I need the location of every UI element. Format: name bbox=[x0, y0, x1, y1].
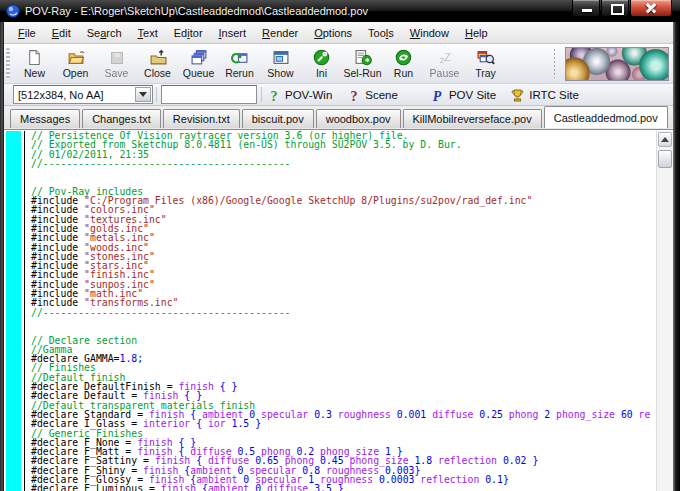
editor-margin bbox=[6, 131, 21, 491]
code-line bbox=[31, 168, 655, 177]
code-line: #declare F_Luminous = finish {ambient 0 … bbox=[31, 484, 655, 491]
menu-bar: FileEditSearchTextEditorInsertRenderOpti… bbox=[4, 22, 673, 44]
toolbar-button-label: Open bbox=[63, 67, 89, 79]
vertical-scrollbar[interactable] bbox=[656, 131, 673, 491]
menu-tools[interactable]: Tools bbox=[360, 24, 402, 42]
main-toolbar: NewOpenSaveCloseQueueRerunShowIniSel-Run… bbox=[4, 44, 673, 84]
scrollbar-thumb[interactable] bbox=[658, 150, 672, 168]
toolbar-button-label: Ini bbox=[316, 67, 327, 79]
pov-site-icon: P bbox=[430, 88, 445, 103]
close-button[interactable] bbox=[630, 0, 672, 17]
chevron-down-icon[interactable] bbox=[135, 87, 151, 102]
code-line: #declare GAMMA=1.8; bbox=[31, 354, 655, 363]
menu-search[interactable]: Search bbox=[79, 24, 130, 42]
toolbar-buttons: NewOpenSaveCloseQueueRerunShowIniSel-Run… bbox=[14, 45, 506, 83]
rerun-icon bbox=[230, 49, 249, 66]
toolbar-separator bbox=[261, 87, 262, 102]
resolution-dropdown[interactable]: [512x384, No AA] bbox=[13, 85, 153, 104]
toolbar-button-label: Tray bbox=[475, 67, 496, 79]
code-line: //--------------------------------------… bbox=[31, 308, 655, 317]
tray-button[interactable]: Tray bbox=[465, 45, 506, 83]
link-button-label: Scene bbox=[365, 89, 398, 101]
toolbar-separator bbox=[156, 87, 157, 102]
close-button[interactable]: Close bbox=[137, 45, 178, 83]
window-border-right bbox=[673, 22, 680, 491]
toolbar-button-label: Pause bbox=[430, 67, 460, 79]
queue-icon bbox=[189, 49, 208, 66]
toolbar-separator bbox=[554, 49, 555, 78]
link-button-label: POV-Win bbox=[285, 89, 332, 101]
new-button[interactable]: New bbox=[14, 45, 55, 83]
code-editor[interactable]: // Persistence Of Vision raytracer versi… bbox=[4, 129, 673, 491]
toolbar-button-label: Queue bbox=[183, 67, 215, 79]
menu-text[interactable]: Text bbox=[130, 24, 166, 42]
open-folder-icon bbox=[66, 49, 85, 66]
minimize-button[interactable] bbox=[572, 0, 600, 17]
window-title: POV-Ray - E:\Roger\SketchUp\Castleaddedm… bbox=[25, 5, 368, 17]
window-controls bbox=[571, 0, 672, 17]
close-file-icon bbox=[148, 49, 167, 66]
menu-help[interactable]: Help bbox=[457, 24, 496, 42]
code-line: //--------------------------------------… bbox=[31, 159, 655, 168]
toolbar-button-label: Show bbox=[267, 67, 293, 79]
show-button[interactable]: Show bbox=[260, 45, 301, 83]
code-line bbox=[31, 317, 655, 326]
sel-run-button[interactable]: Sel-Run bbox=[342, 45, 383, 83]
tab-killmobilreverseface-pov[interactable]: KillMobilreverseface.pov bbox=[403, 109, 542, 128]
tray-icon bbox=[476, 49, 495, 66]
menu-insert[interactable]: Insert bbox=[211, 24, 255, 42]
toolbar-grip[interactable] bbox=[6, 48, 10, 79]
ini-button[interactable]: Ini bbox=[301, 45, 342, 83]
help-povwin-icon: ? bbox=[266, 88, 281, 103]
toolbar-button-label: Sel-Run bbox=[344, 67, 382, 79]
svg-text:Z: Z bbox=[443, 50, 450, 63]
title-bar[interactable]: POV-Ray - E:\Roger\SketchUp\Castleaddedm… bbox=[0, 0, 680, 22]
pov-win-button[interactable]: ?POV-Win bbox=[266, 88, 332, 103]
toolbar-button-label: Rerun bbox=[225, 67, 254, 79]
maximize-button[interactable] bbox=[601, 0, 629, 17]
menu-file[interactable]: File bbox=[10, 24, 44, 42]
link-button-label: IRTC Site bbox=[529, 89, 579, 101]
menu-editor[interactable]: Editor bbox=[166, 24, 211, 42]
render-toolbar: [512x384, No AA] ?POV-Win?ScenePPOV Site… bbox=[4, 84, 673, 106]
pov-site-button[interactable]: PPOV Site bbox=[430, 88, 496, 103]
app-icon bbox=[6, 4, 20, 18]
svg-text:?: ? bbox=[270, 88, 277, 103]
ini-icon bbox=[312, 49, 331, 66]
code-text-area[interactable]: // Persistence Of Vision raytracer versi… bbox=[31, 131, 655, 491]
menu-edit[interactable]: Edit bbox=[44, 24, 79, 42]
show-window-icon bbox=[271, 49, 290, 66]
tab-woodbox-pov[interactable]: woodbox.pov bbox=[316, 109, 401, 128]
help-scene-icon: ? bbox=[346, 88, 361, 103]
menu-render[interactable]: Render bbox=[254, 24, 306, 42]
tab-biscuit-pov[interactable]: biscuit.pov bbox=[242, 109, 314, 128]
menu-window[interactable]: Window bbox=[402, 24, 457, 42]
open-button[interactable]: Open bbox=[55, 45, 96, 83]
irtc-site-icon bbox=[510, 88, 525, 103]
app-body: FileEditSearchTextEditorInsertRenderOpti… bbox=[4, 22, 673, 491]
toolbar-button-label: New bbox=[24, 67, 45, 79]
tab-castleaddedmod-pov[interactable]: Castleaddedmod.pov bbox=[544, 106, 668, 128]
irtc-site-button[interactable]: IRTC Site bbox=[510, 88, 579, 103]
toolbar-button-label: Run bbox=[394, 67, 413, 79]
run-button[interactable]: Run bbox=[383, 45, 424, 83]
tab-revision-txt[interactable]: Revision.txt bbox=[163, 109, 240, 128]
marble-spheres-render-image bbox=[565, 47, 669, 81]
rerun-button[interactable]: Rerun bbox=[219, 45, 260, 83]
resolution-value: [512x384, No AA] bbox=[14, 89, 135, 101]
pause-button: zZPause bbox=[424, 45, 465, 83]
tab-changes-txt[interactable]: Changes.txt bbox=[82, 109, 161, 128]
svg-text:P: P bbox=[433, 88, 442, 103]
sel-run-icon bbox=[353, 49, 372, 66]
tab-messages[interactable]: Messages bbox=[10, 109, 80, 128]
link-button-label: POV Site bbox=[449, 89, 496, 101]
scroll-up-arrow-icon[interactable] bbox=[658, 132, 672, 147]
scene-button[interactable]: ?Scene bbox=[346, 88, 398, 103]
run-icon bbox=[394, 49, 413, 66]
file-tab-bar: MessagesChanges.txtRevision.txtbiscuit.p… bbox=[4, 106, 673, 128]
queue-button[interactable]: Queue bbox=[178, 45, 219, 83]
povray-window: POV-Ray - E:\Roger\SketchUp\Castleaddedm… bbox=[0, 0, 680, 491]
command-line-input[interactable] bbox=[161, 85, 257, 104]
menu-options[interactable]: Options bbox=[306, 24, 360, 42]
save-icon bbox=[107, 49, 126, 66]
